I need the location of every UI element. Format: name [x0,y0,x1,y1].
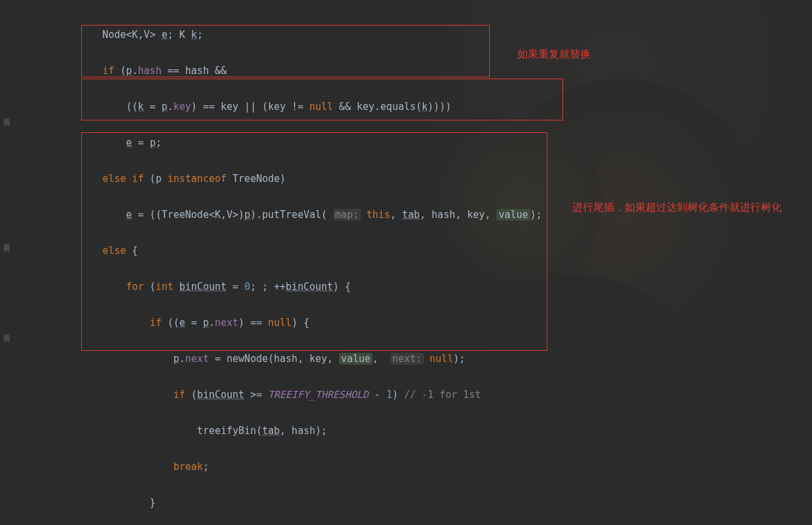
code-line: else { [31,242,812,261]
code-line: if (binCount >= TREEIFY_THRESHOLD - 1) /… [31,386,812,405]
code-line: Node<K,V> e; K k; [31,26,812,45]
code-line: else if (p instanceof TreeNode) [31,170,812,189]
code-line: if (p.hash == hash && [31,62,812,81]
code-line: break; [31,458,812,477]
code-line: } [31,494,812,513]
code-line: for (int binCount = 0; ; ++binCount) { [31,278,812,297]
code-line: if ((e = p.next) == null) { [31,314,812,333]
code-line: ((k = p.key) == key || (key != null && k… [31,98,812,117]
code-editor[interactable]: Node<K,V> e; K k; if (p.hash == hash && … [0,0,812,525]
code-line: e = p; [31,134,812,153]
code-line: treeifyBin(tab, hash); [31,422,812,441]
annotation-text-2: 进行尾插，如果超过达到树化条件就进行树化 [572,200,788,215]
code-line: p.next = newNode(hash, key, value, next:… [31,350,812,369]
annotation-text-1: 如果重复就替换 [517,47,648,62]
